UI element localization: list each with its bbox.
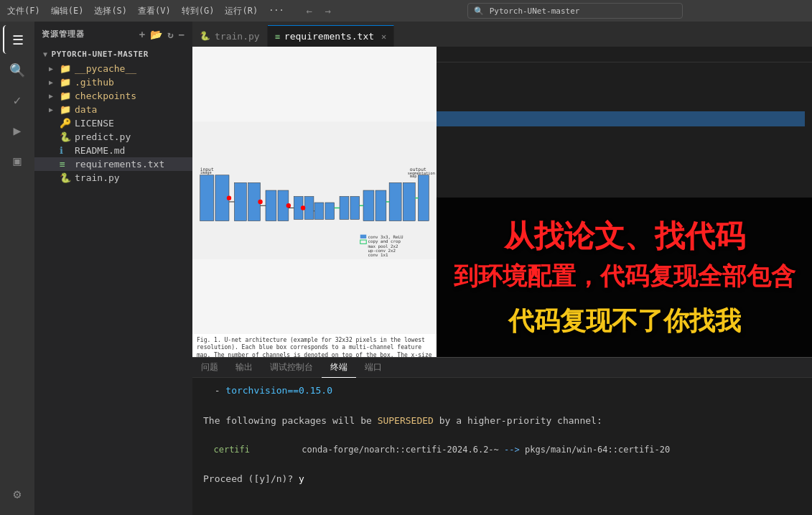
tree-item-checkpoints[interactable]: ▶ 📁 checkpoints [34, 89, 192, 103]
menu-bar[interactable]: 文件(F) 编辑(E) 选择(S) 查看(V) 转到(G) 运行(R) ··· [7, 5, 284, 17]
new-file-icon[interactable]: + [139, 29, 146, 40]
extensions-icon[interactable]: ▣ [3, 146, 32, 175]
code-panel: ≡ requirements.txt 1 2 3 4 5 6 matplotli [192, 47, 812, 357]
tree-item-data[interactable]: ▶ 📁 data [34, 103, 192, 116]
explorer-icon[interactable]: ☰ [3, 25, 32, 54]
activity-bottom: ⚙ [3, 479, 32, 508]
menu-select[interactable]: 选择(S) [94, 5, 127, 17]
tree-item-requirements[interactable]: ≡ requirements.txt [34, 157, 192, 171]
tab-bar: 🐍 train.py ≡ requirements.txt ✕ [192, 22, 812, 47]
project-root[interactable]: ▼ PYTORCH-UNET-MASTER [34, 47, 192, 62]
tree-item-pycache[interactable]: ▶ 📁 __pycache__ [34, 62, 192, 75]
titlebar: 文件(F) 编辑(E) 选择(S) 查看(V) 转到(G) 运行(R) ··· … [0, 0, 812, 22]
new-folder-icon[interactable]: 📂 [150, 29, 163, 40]
requirements-icon: ≡ [60, 159, 71, 170]
editor-content: ≡ requirements.txt 1 2 3 4 5 6 matplotli [192, 47, 812, 515]
settings-icon[interactable]: ⚙ [3, 479, 32, 508]
terminal-tab-output[interactable]: 输出 [227, 358, 261, 378]
promo-overlay: 从找论文、找代码 到环境配置，代码复现全部包含 代码复现不了你找我 [437, 198, 812, 357]
svg-text:conv 3x3, ReLU: conv 3x3, ReLU [368, 235, 403, 239]
terminal-panel: 问题 输出 调试控制台 终端 端口 - torchvision==0.15.0 … [192, 357, 812, 515]
svg-point-20 [286, 203, 291, 208]
train-chevron [49, 174, 56, 182]
tab-close-icon[interactable]: ✕ [381, 32, 386, 42]
folder-icon-2: 📁 [60, 77, 71, 88]
tab-requirements[interactable]: ≡ requirements.txt ✕ [268, 25, 395, 47]
predict-chevron [49, 133, 56, 141]
tab-train[interactable]: 🐍 train.py [192, 25, 268, 47]
menu-view[interactable]: 查看(V) [138, 5, 171, 17]
menu-goto[interactable]: 转到(G) [182, 5, 215, 17]
search-icon: 🔍 [474, 6, 484, 16]
svg-point-21 [301, 205, 305, 210]
terminal-tab-terminal[interactable]: 终端 [322, 358, 356, 378]
svg-rect-1 [200, 175, 214, 221]
requirements-label: requirements.txt [75, 159, 164, 170]
project-chevron: ▼ [43, 50, 48, 58]
checkpoints-label: checkpoints [75, 91, 136, 101]
svg-rect-14 [375, 190, 386, 221]
svg-text:image: image [200, 170, 212, 175]
github-label: .github [75, 77, 114, 88]
source-control-icon[interactable]: ✓ [3, 85, 32, 114]
back-button[interactable]: ← [302, 4, 317, 18]
svg-rect-3 [234, 182, 246, 221]
terminal-tab-problems[interactable]: 问题 [192, 358, 227, 378]
checkpoints-chevron: ▶ [49, 92, 56, 100]
svg-text:map: map [410, 174, 417, 179]
sidebar-header: 资源管理器 + 📂 ↻ − [34, 22, 192, 47]
collapse-icon[interactable]: − [179, 29, 185, 40]
terminal-tab-ports[interactable]: 端口 [356, 358, 391, 378]
tree-item-train[interactable]: 🐍 train.py [34, 171, 192, 185]
svg-point-18 [227, 195, 231, 200]
tab-train-label: train.py [215, 31, 260, 42]
terminal-tab-debug[interactable]: 调试控制台 [261, 358, 322, 378]
forward-button[interactable]: → [321, 4, 335, 18]
svg-point-19 [258, 200, 262, 204]
tab-req-icon: ≡ [275, 32, 280, 42]
predict-icon: 🐍 [60, 131, 71, 142]
menu-run[interactable]: 运行(R) [225, 5, 258, 17]
requirements-chevron [49, 160, 56, 168]
svg-rect-13 [363, 190, 374, 221]
search-bar[interactable]: 🔍 Pytorch-UNet-master [467, 3, 683, 19]
readme-chevron [49, 147, 56, 154]
svg-rect-8 [304, 197, 314, 220]
activity-bar: ☰ 🔍 ✓ ▶ ▣ ⚙ [0, 22, 34, 515]
terminal-line-6 [203, 457, 801, 472]
tree-item-readme[interactable]: ℹ README.md [34, 144, 192, 157]
data-label: data [75, 104, 97, 115]
menu-file[interactable]: 文件(F) [7, 5, 40, 17]
tab-train-icon: 🐍 [200, 31, 210, 41]
menu-more[interactable]: ··· [269, 5, 284, 17]
folder-icon-3: 📁 [60, 91, 71, 101]
tree-item-predict[interactable]: 🐍 predict.py [34, 130, 192, 144]
svg-rect-9 [314, 203, 324, 219]
github-chevron: ▶ [49, 78, 56, 86]
terminal-line-2 [203, 399, 801, 414]
predict-label: predict.py [75, 131, 131, 142]
license-label: LICENSE [75, 118, 114, 129]
svg-rect-11 [340, 197, 349, 220]
terminal-content: - torchvision==0.15.0 The following pack… [192, 378, 812, 515]
sidebar-header-icons: + 📂 ↻ − [139, 29, 185, 40]
svg-text:conv 1x1: conv 1x1 [368, 253, 388, 257]
svg-rect-15 [389, 182, 401, 221]
svg-rect-35 [360, 235, 367, 238]
refresh-icon[interactable]: ↻ [167, 29, 174, 40]
tree-item-license[interactable]: 🔑 LICENSE [34, 116, 192, 130]
tree-item-github[interactable]: ▶ 📁 .github [34, 75, 192, 89]
svg-rect-10 [325, 203, 335, 219]
terminal-line-5: certifi conda-forge/noarch::certifi-2024… [203, 443, 801, 457]
sidebar-title: 资源管理器 [42, 29, 85, 40]
run-debug-icon[interactable]: ▶ [3, 116, 32, 144]
sidebar: 资源管理器 + 📂 ↻ − ▼ PYTORCH-UNET-MASTER ▶ 📁 … [34, 22, 192, 515]
menu-edit[interactable]: 编辑(E) [51, 5, 84, 17]
search-activity-icon[interactable]: 🔍 [3, 55, 32, 84]
promo-line3: 代码复现不了你找我 [508, 305, 741, 336]
svg-rect-5 [266, 190, 276, 221]
folder-icon-4: 📁 [60, 104, 71, 115]
train-icon: 🐍 [60, 172, 71, 183]
svg-rect-16 [403, 182, 415, 221]
diagram-caption: Fig. 1. U-net architecture (example for … [192, 334, 437, 357]
